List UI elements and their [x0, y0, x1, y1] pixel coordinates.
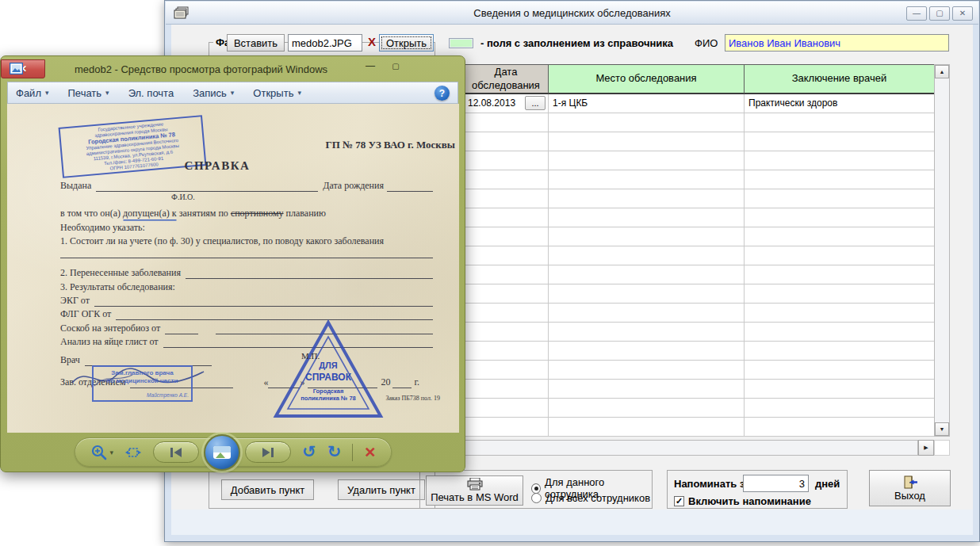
cell-date[interactable]	[464, 151, 549, 170]
insert-button[interactable]: Вставить	[227, 34, 285, 52]
scroll-right-icon[interactable]: ▶	[918, 440, 934, 456]
viewer-minimize-button[interactable]: —	[358, 56, 382, 75]
scroll-up-icon[interactable]: ▲	[935, 65, 949, 78]
open-button[interactable]: Открыть	[379, 34, 434, 52]
menu-email[interactable]: Эл. почта	[128, 87, 174, 99]
print-word-button[interactable]: Печать в MS Word	[426, 475, 523, 506]
cell-conclusion[interactable]	[745, 304, 935, 323]
radio-all-employees[interactable]: Для всех сотрудников	[531, 492, 650, 504]
cell-date[interactable]	[464, 265, 549, 284]
cell-conclusion[interactable]	[745, 399, 935, 418]
cell-place[interactable]	[549, 304, 745, 323]
table-row[interactable]	[464, 284, 934, 304]
cell-place[interactable]	[549, 361, 745, 380]
radio-circle[interactable]	[531, 493, 542, 503]
cell-date[interactable]	[464, 246, 549, 265]
maximize-button[interactable]: ▢	[929, 6, 950, 21]
cell-conclusion[interactable]	[745, 227, 935, 246]
cell-date[interactable]: 12.08.2013...	[464, 94, 549, 113]
cell-conclusion[interactable]	[745, 151, 935, 170]
table-row[interactable]	[464, 189, 934, 208]
cell-place[interactable]	[549, 189, 745, 208]
table-row[interactable]	[464, 418, 934, 437]
cell-date[interactable]	[464, 418, 549, 437]
cell-conclusion[interactable]	[745, 113, 935, 132]
remove-item-button[interactable]: Удалить пункт	[338, 479, 425, 500]
cell-place[interactable]: 1-я ЦКБ	[549, 94, 745, 113]
cell-conclusion[interactable]	[745, 418, 935, 437]
cell-place[interactable]	[549, 323, 745, 342]
checkbox-box[interactable]: ✓	[674, 496, 684, 506]
column-header-date[interactable]: Дата обследования	[463, 64, 549, 94]
next-button[interactable]	[245, 441, 291, 463]
actual-size-button[interactable]	[124, 444, 142, 461]
cell-date[interactable]	[464, 361, 549, 380]
main-titlebar[interactable]: Сведения о медицинских обследованиях — ▢…	[166, 2, 978, 25]
cell-place[interactable]	[549, 284, 745, 304]
cell-place[interactable]	[549, 113, 745, 132]
rotate-cw-button[interactable]: ↻	[327, 444, 342, 460]
cell-date[interactable]	[464, 113, 549, 132]
cell-conclusion[interactable]	[745, 342, 935, 361]
cell-place[interactable]	[549, 399, 745, 418]
cell-date[interactable]	[464, 399, 549, 418]
cell-place[interactable]	[549, 265, 745, 284]
column-header-conclusion[interactable]: Заключение врачей	[744, 64, 935, 94]
delete-file-x-icon[interactable]: X	[366, 35, 378, 51]
cell-place[interactable]	[549, 208, 745, 227]
cell-date[interactable]	[464, 132, 549, 151]
cell-conclusion[interactable]	[745, 284, 935, 304]
cell-place[interactable]	[549, 246, 745, 265]
cell-conclusion[interactable]	[745, 380, 935, 399]
minimize-button[interactable]: —	[906, 6, 927, 21]
cell-conclusion[interactable]: Практически здоров	[745, 94, 935, 113]
menu-print[interactable]: Печать ▾	[68, 87, 109, 99]
zoom-button[interactable]: ▾	[90, 444, 114, 461]
table-row[interactable]	[464, 132, 934, 151]
cell-date[interactable]	[464, 304, 549, 323]
horizontal-scrollbar[interactable]: ▶	[463, 440, 950, 456]
fio-input[interactable]	[725, 34, 949, 52]
vertical-scrollbar[interactable]: ▲ ▼	[934, 64, 950, 437]
days-input[interactable]	[743, 475, 809, 492]
filename-input[interactable]	[288, 34, 362, 52]
table-row[interactable]	[464, 304, 934, 323]
cell-date[interactable]	[464, 284, 549, 304]
cell-conclusion[interactable]	[745, 246, 935, 265]
menu-file[interactable]: Файл ▾	[16, 87, 49, 99]
help-icon[interactable]: ?	[434, 86, 450, 101]
table-row[interactable]	[464, 380, 934, 399]
cell-conclusion[interactable]	[745, 208, 935, 227]
exit-button[interactable]: Выход	[869, 470, 951, 506]
cell-date[interactable]	[464, 342, 549, 361]
cell-place[interactable]	[549, 170, 745, 189]
cell-date[interactable]	[464, 189, 549, 208]
scroll-down-icon[interactable]: ▼	[935, 422, 949, 436]
cell-place[interactable]	[549, 151, 745, 170]
rotate-ccw-button[interactable]: ↺	[302, 444, 316, 460]
cell-place[interactable]	[549, 418, 745, 437]
cell-date[interactable]	[464, 170, 549, 189]
cell-place[interactable]	[549, 342, 745, 361]
table-row[interactable]	[464, 399, 934, 418]
delete-button[interactable]: ✕	[364, 445, 376, 460]
date-picker-button[interactable]: ...	[525, 96, 546, 110]
table-row[interactable]	[464, 323, 934, 342]
menu-burn[interactable]: Запись ▾	[193, 87, 234, 99]
cell-date[interactable]	[464, 380, 549, 399]
cell-conclusion[interactable]	[745, 170, 935, 189]
cell-conclusion[interactable]	[745, 132, 935, 151]
cell-date[interactable]	[464, 323, 549, 342]
previous-button[interactable]	[153, 441, 199, 463]
cell-conclusion[interactable]	[745, 189, 935, 208]
slideshow-button[interactable]	[204, 434, 240, 471]
cell-place[interactable]	[549, 227, 745, 246]
cell-date[interactable]	[464, 208, 549, 227]
table-row[interactable]	[464, 361, 934, 380]
add-item-button[interactable]: Добавить пункт	[221, 479, 314, 500]
table-row[interactable]	[464, 342, 934, 361]
cell-conclusion[interactable]	[745, 323, 935, 342]
menu-open[interactable]: Открыть ▾	[253, 87, 301, 99]
column-header-place[interactable]: Место обследования	[548, 64, 745, 94]
cell-conclusion[interactable]	[745, 265, 935, 284]
